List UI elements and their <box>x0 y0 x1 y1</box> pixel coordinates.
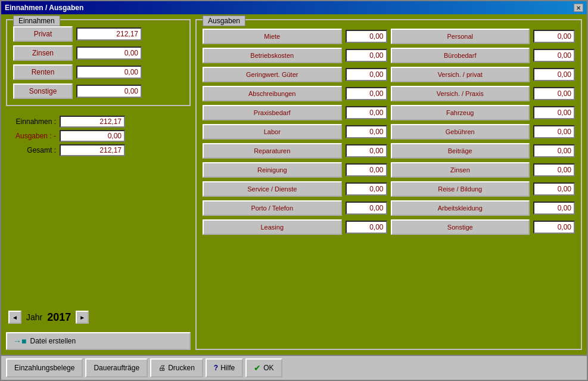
ausgaben-btn-abschreibungen[interactable]: Abschreibungen <box>203 86 342 101</box>
hilfe-button[interactable]: ? Hilfe <box>206 358 243 377</box>
dauerauftraege-button[interactable]: Daueraufträge <box>85 358 148 377</box>
ausgaben-right-row: Arbeitskleidung 0,00 <box>391 200 575 216</box>
datei-label: Datei erstellen <box>30 337 76 345</box>
ok-button[interactable]: ✔ OK <box>245 358 282 377</box>
ausgaben-right-row: Beiträge 0,00 <box>391 143 575 159</box>
summary-ausgaben-label: Ausgaben : - <box>8 132 56 140</box>
ausgaben-value-fahrzeug: 0,00 <box>533 106 575 119</box>
datei-icon: →■ <box>13 336 26 346</box>
summary-ausgaben-row: Ausgaben : - 0,00 <box>8 130 188 142</box>
ausgaben-btn-praxisbedarf[interactable]: Praxisbedarf <box>203 105 342 120</box>
print-icon: 🖨 <box>158 364 166 372</box>
ausgaben-btn-arbeitskleidung[interactable]: Arbeitskleidung <box>391 200 530 216</box>
datei-erstellen-button[interactable]: →■ Datei erstellen <box>6 332 191 350</box>
einnahmen-box-label: Einnahmen <box>13 16 60 26</box>
summary-area: Einnahmen : 212,17 Ausgaben : - 0,00 Ges… <box>6 111 191 161</box>
ausgaben-value-versich./praxis: 0,00 <box>533 87 575 100</box>
ausgaben-value-gebühren: 0,00 <box>533 125 575 138</box>
year-value: 2017 <box>47 311 71 324</box>
ausgaben-right-row: Sonstige 0,00 <box>391 219 575 235</box>
ausgaben-btn-sonstige[interactable]: Sonstige <box>391 219 530 235</box>
ausgaben-left-row: Reinigung 0,00 <box>203 162 387 178</box>
einnahmen-row: Privat 212,17 <box>13 26 183 42</box>
ausgaben-value-labor: 0,00 <box>346 125 387 138</box>
jahr-label: Jahr <box>26 312 42 322</box>
ausgaben-value-praxisbedarf: 0,00 <box>346 106 387 119</box>
dauerauftraege-label: Daueraufträge <box>94 364 139 372</box>
year-prev-button[interactable]: ◄ <box>8 311 21 324</box>
ausgaben-btn-porto/telefon[interactable]: Porto / Telefon <box>203 200 342 216</box>
ausgaben-left-row: Leasing 0,00 <box>203 219 387 235</box>
ausgaben-btn-reinigung[interactable]: Reinigung <box>203 162 342 178</box>
ausgaben-btn-gebühren[interactable]: Gebühren <box>391 124 530 140</box>
ausgaben-value-leasing: 0,00 <box>346 221 387 234</box>
ausgaben-right-row: Zinsen 0,00 <box>391 162 575 178</box>
ausgaben-right-row: Personal 0,00 <box>391 29 575 44</box>
ausgaben-value-reparaturen: 0,00 <box>346 144 387 157</box>
einnahmen-btn-renten[interactable]: Renten <box>13 64 73 80</box>
einnahmen-value-privat: 212,17 <box>76 27 142 41</box>
ausgaben-btn-geringwert.güter[interactable]: Geringwert. Güter <box>203 67 342 82</box>
ausgaben-value-bürobedarf: 0,00 <box>533 49 575 62</box>
einnahmen-btn-zinsen[interactable]: Zinsen <box>13 45 73 61</box>
ausgaben-btn-betriebskosten[interactable]: Betriebskosten <box>203 48 342 63</box>
main-content: Einnahmen Privat 212,17 Zinsen 0,00 Rent… <box>1 14 587 355</box>
einnahmen-row: Renten 0,00 <box>13 64 183 80</box>
ausgaben-btn-reise/bildung[interactable]: Reise / Bildung <box>391 181 530 197</box>
ausgaben-right-row: Reise / Bildung 0,00 <box>391 181 575 197</box>
close-button[interactable]: ✕ <box>574 4 583 12</box>
ausgaben-value-service/dienste: 0,00 <box>346 182 387 196</box>
ausgaben-value-reise/bildung: 0,00 <box>533 182 575 196</box>
ausgaben-btn-versich./praxis[interactable]: Versich. / Praxis <box>391 86 530 101</box>
ausgaben-value-personal: 0,00 <box>533 30 575 43</box>
ausgaben-value-versich./privat: 0,00 <box>533 68 575 81</box>
ausgaben-left-row: Praxisbedarf 0,00 <box>203 105 387 120</box>
check-icon: ✔ <box>254 363 261 373</box>
summary-gesamt-row: Gesamt : 212,17 <box>8 144 188 156</box>
ausgaben-btn-leasing[interactable]: Leasing <box>203 219 342 235</box>
drucken-button[interactable]: 🖨 Drucken <box>150 358 203 377</box>
ausgaben-btn-zinsen[interactable]: Zinsen <box>391 162 530 178</box>
ausgaben-value-reinigung: 0,00 <box>346 163 387 176</box>
ausgaben-btn-fahrzeug[interactable]: Fahrzeug <box>391 105 530 120</box>
ausgaben-value-miete: 0,00 <box>346 30 387 43</box>
summary-einnahmen-label: Einnahmen : <box>8 117 56 126</box>
ausgaben-left-row: Geringwert. Güter 0,00 <box>203 67 387 82</box>
ausgaben-btn-bürobedarf[interactable]: Bürobedarf <box>391 48 530 63</box>
ausgaben-value-geringwert.güter: 0,00 <box>346 68 387 81</box>
einzahlungsbelege-button[interactable]: Einzahlungsbelege <box>6 358 83 377</box>
ausgaben-btn-labor[interactable]: Labor <box>203 124 342 140</box>
einnahmen-btn-sonstige[interactable]: Sonstige <box>13 83 73 99</box>
left-panel: Einnahmen Privat 212,17 Zinsen 0,00 Rent… <box>6 19 191 350</box>
einnahmen-value-zinsen: 0,00 <box>76 47 142 60</box>
einnahmen-box: Einnahmen Privat 212,17 Zinsen 0,00 Rent… <box>6 19 191 106</box>
ausgaben-value-arbeitskleidung: 0,00 <box>533 202 575 215</box>
ausgaben-btn-miete[interactable]: Miete <box>203 29 342 44</box>
einnahmen-btn-privat[interactable]: Privat <box>13 26 73 42</box>
ausgaben-box-label: Ausgaben <box>203 16 245 26</box>
ausgaben-left-row: Betriebskosten 0,00 <box>203 48 387 63</box>
ausgaben-grid: Miete 0,00 Personal 0,00 Betriebskosten … <box>203 29 575 235</box>
ausgaben-value-zinsen: 0,00 <box>533 163 575 176</box>
ausgaben-btn-beiträge[interactable]: Beiträge <box>391 143 530 159</box>
main-window: Einnahmen / Ausgaben ✕ Einnahmen Privat … <box>0 0 588 381</box>
ausgaben-value-porto/telefon: 0,00 <box>346 202 387 215</box>
einnahmen-value-sonstige: 0,00 <box>76 85 142 98</box>
title-bar: Einnahmen / Ausgaben ✕ <box>1 1 587 14</box>
year-next-button[interactable]: ► <box>76 311 89 324</box>
ausgaben-btn-reparaturen[interactable]: Reparaturen <box>203 143 342 159</box>
ausgaben-left-row: Service / Dienste 0,00 <box>203 181 387 197</box>
ausgaben-right-row: Versich. / Praxis 0,00 <box>391 86 575 101</box>
year-navigation: ◄ Jahr 2017 ► <box>6 307 191 327</box>
einnahmen-row: Sonstige 0,00 <box>13 83 183 99</box>
ausgaben-value-beiträge: 0,00 <box>533 144 575 157</box>
ausgaben-left-row: Labor 0,00 <box>203 124 387 140</box>
ausgaben-right-row: Gebühren 0,00 <box>391 124 575 140</box>
ausgaben-btn-versich./privat[interactable]: Versich. / privat <box>391 67 530 82</box>
ok-label: OK <box>263 364 273 372</box>
ausgaben-btn-service/dienste[interactable]: Service / Dienste <box>203 181 342 197</box>
summary-einnahmen-value: 212,17 <box>60 116 125 128</box>
ausgaben-btn-personal[interactable]: Personal <box>391 29 530 44</box>
ausgaben-left-row: Porto / Telefon 0,00 <box>203 200 387 216</box>
ausgaben-right-row: Fahrzeug 0,00 <box>391 105 575 120</box>
